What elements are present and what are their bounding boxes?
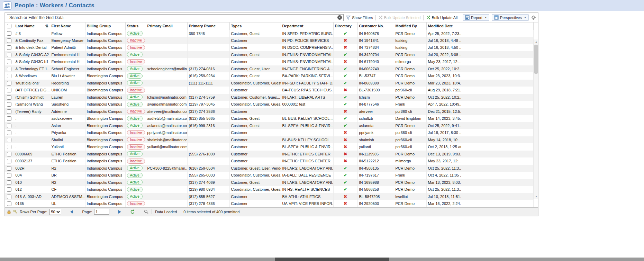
column-header-types[interactable]: Types — [229, 22, 281, 30]
row-checkbox[interactable] — [7, 166, 11, 171]
page-number-input[interactable] — [94, 209, 109, 215]
table-row[interactable]: 00006609ETHC PositionIndianapolis Campus… — [5, 151, 534, 158]
row-checkbox[interactable] — [7, 124, 11, 128]
table-row[interactable]: & Info desk DentalPatient AdmittiIndiana… — [5, 44, 534, 51]
table-row[interactable]: 004BRIndianapolis CampusActive(555) 265-… — [5, 172, 534, 179]
cell-last: & Safety G043C-A2 — [14, 51, 50, 58]
column-header-primary-phone[interactable]: Primary Phone — [187, 22, 229, 30]
cell-mod_by: PCR Demo — [394, 151, 426, 158]
table-row[interactable]: # 3FellowIndianapolis CampusActive360-78… — [5, 30, 534, 37]
table-row[interactable]: 0135ULIndianapolis CampusInactive(317) 2… — [5, 200, 534, 207]
table-row[interactable]: .PriyankaIndianapolis CampusInactiveppri… — [5, 129, 534, 136]
row-checkbox[interactable] — [7, 74, 11, 78]
row-checkbox[interactable] — [7, 116, 11, 121]
row-checkbox[interactable] — [7, 152, 11, 156]
row-checkbox[interactable] — [7, 53, 11, 57]
row-checkbox[interactable] — [7, 31, 11, 36]
scroll-up-icon[interactable]: ▲ — [534, 39, 538, 44]
row-checkbox[interactable] — [7, 180, 11, 185]
filler-cell — [461, 143, 534, 151]
cell-first: Adrienne — [50, 108, 85, 115]
row-checkbox[interactable] — [7, 88, 11, 92]
table-row[interactable]: .asdvxzcvewBloomington CampusActiveasdfe… — [5, 115, 534, 122]
row-checkbox[interactable] — [7, 45, 11, 50]
horizontal-scrollbar-thumb[interactable] — [275, 258, 389, 261]
bulk-update-all-button[interactable]: Bulk Update All — [426, 15, 458, 20]
sort-icon[interactable]: ⇅ — [45, 24, 48, 28]
cell-mod_date: Oct 25, 2022, 11:3... — [426, 186, 461, 193]
cell-billing: Indianapolis Campus — [85, 200, 125, 207]
row-checkbox[interactable] — [7, 81, 11, 86]
table-row[interactable]: & WoodlawnBlu Lt AtwaterBloomington Camp… — [5, 72, 534, 80]
column-header-customer-no[interactable]: Customer No. — [357, 22, 394, 30]
cell-types: Customer — [229, 200, 281, 207]
row-checkbox[interactable] — [7, 130, 11, 135]
cell-dept: BA-PARK: PARKING SERVI... — [281, 72, 333, 80]
horizontal-scrollbar[interactable] — [0, 258, 644, 261]
row-checkbox[interactable] — [7, 195, 11, 199]
clear-search-icon[interactable]: ✕ — [337, 15, 342, 20]
row-checkbox[interactable] — [7, 102, 11, 107]
table-row[interactable]: (Chism) SchmidtLaurenIndianapolis Campus… — [5, 94, 534, 101]
column-header-directory[interactable]: Directory — [333, 22, 357, 30]
table-row[interactable]: 'Must dial one'RecordingIndianapolis Cam… — [5, 80, 534, 87]
table-row[interactable]: & Technology ET 1...School EngineerIndia… — [5, 65, 534, 73]
row-checkbox[interactable] — [7, 145, 11, 149]
cell-types: Customer, Guest — [229, 115, 281, 122]
column-header-primary-email[interactable]: Primary Email — [146, 22, 187, 30]
table-row[interactable]: .AslanBloomington CampusActiveaslanota@m… — [5, 122, 534, 129]
table-row[interactable]: .YuliantiBloomington CampusInactiveyulia… — [5, 143, 534, 151]
table-row[interactable]: 00032137ETHC PositionIndianapolis Campus… — [5, 158, 534, 165]
row-checkbox[interactable] — [7, 60, 11, 64]
row-checkbox[interactable] — [7, 38, 11, 43]
rows-per-page-select[interactable]: 50 — [49, 209, 61, 215]
column-header-modified-by[interactable]: Modified By — [394, 22, 426, 30]
column-header-status[interactable]: Status — [125, 22, 146, 30]
show-filters-button[interactable]: Show Filters — [346, 16, 373, 20]
row-checkbox-cell — [5, 30, 14, 37]
perspectives-button[interactable]: Perspectives ▼ — [492, 14, 529, 21]
table-row[interactable]: & Safety G043C-A2Environmental HIndianap… — [5, 51, 534, 58]
table-row[interactable]: 002HR2Indianapolis CampusActivePCR360-82… — [5, 165, 534, 172]
cell-mod_by: PCR Demo — [394, 65, 426, 73]
row-checkbox[interactable] — [7, 67, 11, 71]
table-row[interactable]: 012CFIndianapolis CampusActive(219) 980-… — [5, 186, 534, 193]
settings-gear-icon[interactable] — [531, 15, 536, 20]
select-all-checkbox[interactable] — [7, 24, 11, 28]
bulk-update-selected-icon — [378, 15, 383, 20]
cell-dept: IN-LARS: LABORATORY ANI... — [281, 179, 333, 186]
table-row[interactable]: .ShaliniBloomington CampusInactiveshalmi… — [5, 136, 534, 144]
vertical-scrollbar-thumb[interactable] — [534, 45, 538, 74]
status-cell: Inactive — [125, 58, 146, 65]
directory-check-icon: ✔ — [344, 95, 347, 100]
row-checkbox[interactable] — [7, 187, 11, 192]
table-row[interactable]: & Safety G043C-b1Environmental HIndianap… — [5, 58, 534, 65]
table-row[interactable]: (AIT OFFICE) EIG...UNICOMBloomington Cam… — [5, 87, 534, 94]
table-row[interactable]: 013-A, 003+ADADEMCO ASSEM...Bloomington … — [5, 193, 534, 200]
table-row[interactable]: (Samson) WangSuoshengIndianapolis Campus… — [5, 101, 534, 108]
column-header-first-name[interactable]: First Name — [50, 22, 85, 30]
report-button[interactable]: Report ▼ — [463, 14, 489, 21]
table-row[interactable]: 010R2Indianapolis CampusActive(317) 274-… — [5, 179, 534, 186]
row-checkbox[interactable] — [7, 109, 11, 114]
column-header-billing-group[interactable]: Billing Group — [85, 22, 125, 30]
column-header-last-name[interactable]: Last Name ⇅ — [14, 22, 50, 30]
search-magnifier-icon[interactable] — [144, 209, 148, 214]
bulk-update-selected-button[interactable]: Bulk Update Selected — [378, 15, 421, 20]
table-row[interactable]: (Terveer) RanlyAdrienneIndianapolis Camp… — [5, 108, 534, 115]
status-cell: Active — [125, 179, 146, 186]
previous-page-button[interactable] — [70, 210, 73, 214]
vertical-scrollbar[interactable]: ▲ ▼ — [534, 39, 538, 199]
row-checkbox[interactable] — [7, 159, 11, 163]
column-header-modified-date[interactable]: Modified Date — [426, 22, 461, 30]
search-input[interactable] — [7, 14, 344, 21]
next-page-button[interactable] — [118, 210, 121, 214]
row-checkbox[interactable] — [7, 138, 11, 142]
scroll-down-icon[interactable]: ▼ — [534, 194, 538, 199]
table-row[interactable]: & Continuity FaxEmergency ManaeIndianapo… — [5, 37, 534, 44]
column-header-department[interactable]: Department — [281, 22, 333, 30]
refresh-icon[interactable] — [130, 209, 135, 214]
row-checkbox[interactable] — [7, 201, 11, 206]
row-checkbox[interactable] — [7, 95, 11, 100]
row-checkbox[interactable] — [7, 173, 11, 178]
